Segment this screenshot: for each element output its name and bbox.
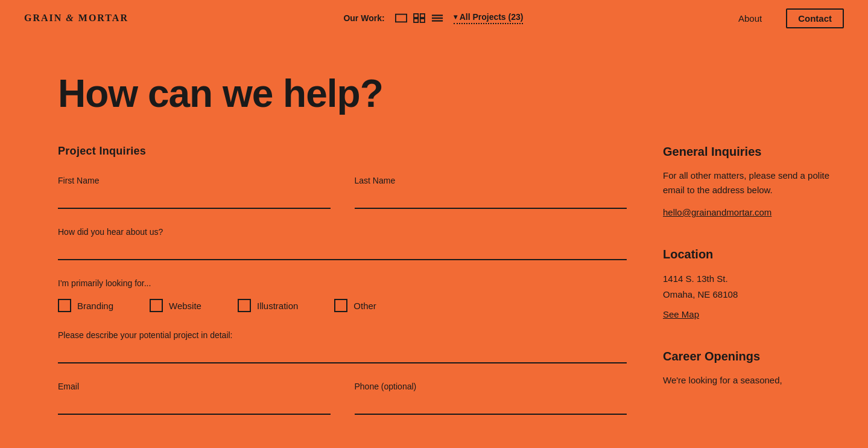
phone-field: Phone (optional) (355, 382, 627, 415)
first-name-field: First Name (58, 176, 331, 209)
address-line1: 1414 S. 13th St. (663, 274, 728, 284)
checkbox-box-other[interactable] (334, 299, 347, 312)
project-detail-label: Please describe your potential project i… (58, 330, 627, 340)
contact-link[interactable]: Contact (786, 8, 844, 28)
checkbox-label-website: Website (169, 301, 201, 311)
email-label: Email (58, 382, 331, 391)
checkbox-other[interactable]: Other (334, 299, 376, 312)
hear-about-input[interactable] (58, 242, 627, 260)
email-link[interactable]: hello@grainandmortar.com (663, 207, 844, 217)
projects-dropdown[interactable]: ▾ All Projects (23) (454, 12, 524, 24)
general-inquiries-text: For all other matters, please send a pol… (663, 168, 844, 197)
location-heading: Location (663, 248, 844, 261)
first-name-input[interactable] (58, 190, 331, 209)
svg-rect-0 (396, 14, 407, 22)
looking-for-section: I'm primarily looking for... Branding We… (58, 278, 627, 312)
address: 1414 S. 13th St. Omaha, NE 68108 (663, 271, 844, 302)
sidebar: General Inquiries For all other matters,… (663, 72, 844, 433)
checkbox-label-other: Other (353, 301, 376, 311)
career-text: We're looking for a seasoned, (663, 373, 844, 388)
hear-about-field: How did you hear about us? (58, 227, 627, 260)
hear-about-label: How did you hear about us? (58, 227, 627, 237)
checkbox-label-branding: Branding (77, 301, 113, 311)
nav-right: About Contact (738, 8, 844, 28)
our-work-label: Our Work: (343, 13, 384, 23)
dropdown-label: All Projects (23) (460, 12, 524, 22)
svg-rect-2 (420, 14, 424, 18)
checkbox-box-website[interactable] (150, 299, 163, 312)
see-map-link[interactable]: See Map (663, 309, 844, 319)
general-inquiries-section: General Inquiries For all other matters,… (663, 145, 844, 217)
contact-row: Email Phone (optional) (58, 382, 627, 415)
svg-rect-3 (414, 19, 418, 22)
logo[interactable]: GRAIN & MORTAR (24, 13, 128, 24)
logo-text: GRAIN & MORTAR (24, 13, 128, 24)
phone-input[interactable] (355, 396, 627, 415)
form-section: How can we help? Project Inquiries First… (58, 72, 627, 433)
grid-view-icon[interactable] (413, 13, 426, 24)
svg-rect-4 (420, 19, 424, 22)
career-heading: Career Openings (663, 350, 844, 363)
main-nav: GRAIN & MORTAR Our Work: (0, 0, 868, 36)
email-field: Email (58, 382, 331, 415)
name-row: First Name Last Name (58, 176, 627, 209)
list-view-icon[interactable] (431, 13, 444, 24)
last-name-field: Last Name (355, 176, 627, 209)
checkbox-website[interactable]: Website (150, 299, 201, 312)
project-detail-input[interactable] (58, 345, 627, 363)
svg-rect-1 (414, 14, 418, 18)
checkbox-box-branding[interactable] (58, 299, 71, 312)
logo-ampersand: & (66, 13, 74, 23)
email-input[interactable] (58, 396, 331, 415)
checkbox-group: Branding Website Illustration Other (58, 299, 627, 312)
main-container: How can we help? Project Inquiries First… (0, 36, 868, 448)
project-detail-field: Please describe your potential project i… (58, 330, 627, 363)
location-section: Location 1414 S. 13th St. Omaha, NE 6810… (663, 248, 844, 319)
view-icons (394, 13, 444, 24)
checkbox-branding[interactable]: Branding (58, 299, 113, 312)
general-inquiries-heading: General Inquiries (663, 145, 844, 159)
form-section-heading: Project Inquiries (58, 145, 627, 158)
checkbox-box-illustration[interactable] (238, 299, 251, 312)
last-name-input[interactable] (355, 190, 627, 209)
dropdown-arrow: ▾ (454, 13, 457, 21)
first-name-label: First Name (58, 176, 331, 185)
last-name-label: Last Name (355, 176, 627, 185)
checkbox-illustration[interactable]: Illustration (238, 299, 298, 312)
phone-label: Phone (optional) (355, 382, 627, 391)
looking-for-label: I'm primarily looking for... (58, 278, 627, 288)
nav-center: Our Work: (343, 12, 523, 24)
address-line2: Omaha, NE 68108 (663, 289, 738, 299)
career-section: Career Openings We're looking for a seas… (663, 350, 844, 388)
about-link[interactable]: About (738, 13, 762, 24)
page-title: How can we help? (58, 72, 627, 115)
single-view-icon[interactable] (394, 13, 408, 24)
checkbox-label-illustration: Illustration (257, 301, 298, 311)
